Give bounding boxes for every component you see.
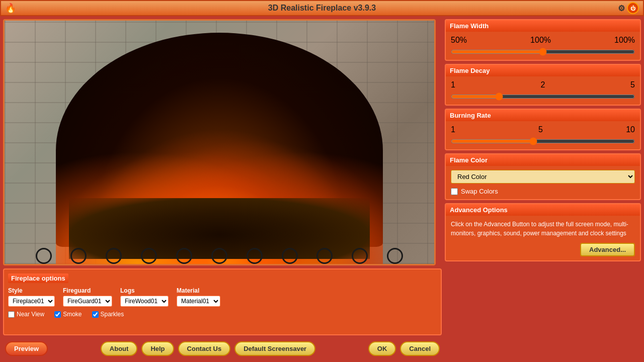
grate-circle	[352, 248, 368, 264]
logs-select[interactable]: FireWood01 FireWood02	[120, 296, 169, 307]
grate-circle	[106, 248, 122, 264]
grate-circle	[36, 248, 52, 264]
title-decoration: ⚙	[618, 4, 625, 13]
about-button[interactable]: About	[101, 341, 138, 356]
flame-color-select[interactable]: Red Color Blue Color Green Color White C…	[451, 170, 635, 184]
flame-decay-header: Flame Decay	[446, 65, 640, 76]
advanced-button[interactable]: Advanced...	[580, 243, 635, 256]
sparkles-label: Sparkles	[101, 311, 124, 318]
contact-us-button[interactable]: Contact Us	[178, 341, 231, 356]
burning-rate-max: 10	[626, 125, 635, 134]
flame-width-section: Flame Width 50% 100% 100%	[445, 19, 641, 61]
grate-circle	[211, 248, 227, 264]
flame-decay-slider[interactable]	[451, 95, 635, 99]
grate-circle	[316, 248, 333, 264]
ok-button[interactable]: OK	[368, 341, 396, 356]
advanced-options-section: Advanced Options Click on the Advanced B…	[445, 203, 641, 261]
burning-rate-body: 1 5 10	[446, 121, 640, 149]
burning-rate-slider[interactable]	[451, 139, 635, 143]
burning-rate-section: Burning Rate 1 5 10	[445, 109, 641, 150]
advanced-options-body: Click on the Advanced Button to adjust t…	[446, 216, 640, 260]
main-container: Fireplace options Style Fireplace01 Fire…	[0, 16, 644, 362]
app-icon-left: 🔥	[5, 3, 16, 14]
app-title: 3D Realistic Fireplace v3.9.3	[268, 4, 376, 13]
material-label: Material	[177, 287, 220, 294]
flame-decay-max: 5	[630, 80, 635, 89]
flame-width-slider[interactable]	[451, 50, 635, 54]
near-view-checkbox-label[interactable]: Near View	[8, 311, 44, 318]
logs-group: Logs FireWood01 FireWood02	[120, 287, 169, 307]
advanced-btn-row: Advanced...	[451, 243, 635, 256]
fireguard-select[interactable]: FireGuard01 FireGuard02	[63, 296, 112, 307]
flame-decay-min: 1	[451, 80, 455, 89]
title-bar: 🔥 3D Realistic Fireplace v3.9.3 ⚙ ⏻	[0, 0, 644, 16]
grate-circle	[141, 248, 157, 264]
grate-circle	[176, 248, 192, 264]
checkbox-row: Near View Smoke Sparkles	[8, 311, 437, 318]
material-group: Material Material01 Material02	[177, 287, 220, 307]
grate-bar	[26, 248, 413, 264]
bottom-buttons-row: Preview About Help Contact Us Default Sc…	[3, 338, 442, 359]
smoke-label: Smoke	[63, 311, 82, 318]
style-label: Style	[8, 287, 55, 294]
flame-decay-mid: 2	[541, 80, 545, 89]
advanced-description: Click on the Advanced Button to adjust t…	[451, 220, 635, 238]
sparkles-checkbox-label[interactable]: Sparkles	[92, 311, 124, 318]
style-group: Style Fireplace01 Fireplace02	[8, 287, 55, 307]
flame-width-header: Flame Width	[446, 20, 640, 32]
flame-width-min: 50%	[451, 36, 467, 45]
fireguard-group: Fireguard FireGuard01 FireGuard02	[63, 287, 112, 307]
flame-decay-body: 1 2 5	[446, 76, 640, 105]
flame-width-mid: 100%	[530, 36, 551, 45]
near-view-checkbox[interactable]	[8, 311, 15, 318]
fireplace-image	[5, 21, 434, 264]
logs-label: Logs	[120, 287, 169, 294]
smoke-checkbox[interactable]	[54, 311, 61, 318]
material-select[interactable]: Material01 Material02	[177, 296, 220, 307]
preview-button[interactable]: Preview	[5, 341, 48, 356]
flame-color-section: Flame Color Red Color Blue Color Green C…	[445, 153, 641, 200]
fireplace-view	[3, 19, 436, 265]
style-select[interactable]: Fireplace01 Fireplace02	[8, 296, 55, 307]
title-bar-controls: ⚙ ⏻	[618, 2, 639, 14]
burning-rate-header: Burning Rate	[446, 110, 640, 121]
help-button[interactable]: Help	[141, 341, 174, 356]
right-buttons: OK Cancel	[368, 341, 440, 356]
flame-decay-labels: 1 2 5	[451, 80, 635, 89]
swap-colors-label: Swap Colors	[461, 188, 498, 195]
swap-colors-checkbox[interactable]	[451, 188, 458, 195]
sparkles-checkbox[interactable]	[92, 311, 99, 318]
grate-circle	[70, 248, 87, 264]
right-panel: Flame Width 50% 100% 100% Flame Decay 1 …	[445, 19, 641, 359]
grate-circle	[282, 248, 298, 264]
burning-rate-labels: 1 5 10	[451, 125, 635, 134]
fireplace-options-panel: Fireplace options Style Fireplace01 Fire…	[3, 268, 442, 335]
swap-colors-row: Swap Colors	[451, 188, 635, 195]
flame-color-header: Flame Color	[446, 154, 640, 166]
smoke-checkbox-label[interactable]: Smoke	[54, 311, 82, 318]
grate-circle	[247, 248, 263, 264]
burning-rate-min: 1	[451, 125, 455, 134]
fireplace-options-title: Fireplace options	[8, 274, 68, 283]
flame-width-max: 100%	[614, 36, 635, 45]
flame-width-body: 50% 100% 100%	[446, 32, 640, 60]
near-view-label: Near View	[17, 311, 44, 318]
cancel-button[interactable]: Cancel	[400, 341, 440, 356]
flame-width-labels: 50% 100% 100%	[451, 36, 635, 45]
flame-decay-section: Flame Decay 1 2 5	[445, 64, 641, 106]
advanced-options-header: Advanced Options	[446, 204, 640, 216]
grate-circle	[387, 248, 403, 264]
options-row-dropdowns: Style Fireplace01 Fireplace02 Fireguard …	[8, 287, 437, 307]
grate	[26, 215, 413, 264]
flame-color-body: Red Color Blue Color Green Color White C…	[446, 166, 640, 199]
burning-rate-mid: 5	[538, 125, 543, 134]
fireguard-label: Fireguard	[63, 287, 112, 294]
left-panel: Fireplace options Style Fireplace01 Fire…	[3, 19, 442, 359]
center-buttons: About Help Contact Us Default Screensave…	[101, 341, 315, 356]
power-button[interactable]: ⏻	[627, 2, 639, 14]
default-screensaver-button[interactable]: Default Screensaver	[234, 341, 315, 356]
